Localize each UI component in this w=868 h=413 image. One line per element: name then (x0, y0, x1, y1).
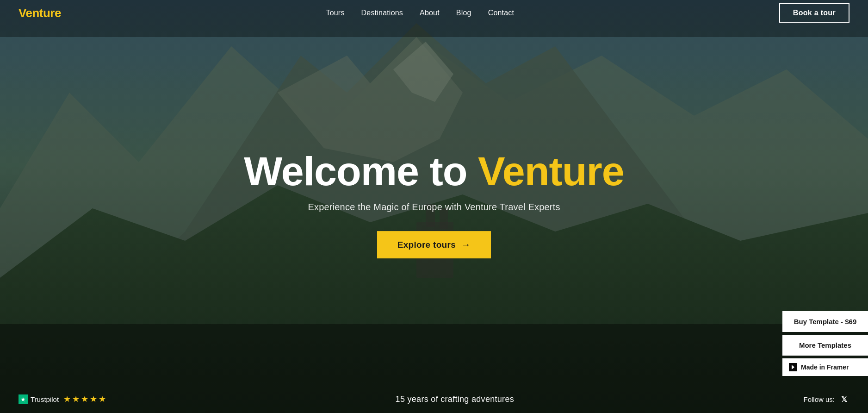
logo-v: V (19, 6, 25, 20)
more-templates-button[interactable]: More Templates (782, 335, 868, 356)
nav-link-destinations[interactable]: Destinations (361, 9, 403, 17)
navbar: Venture Tours Destinations About Blog Co… (0, 0, 868, 26)
nav-item-blog[interactable]: Blog (456, 9, 471, 17)
made-in-framer-button[interactable]: Made in Framer (782, 358, 868, 376)
trustpilot-label: Trustpilot (31, 395, 59, 403)
logo[interactable]: Venture (19, 6, 61, 20)
trustpilot-icon: ★ (19, 394, 28, 404)
nav-link-blog[interactable]: Blog (456, 9, 471, 17)
explore-btn-label: Explore tours (397, 240, 456, 250)
follow-us-label: Follow us: 𝕏 (803, 394, 849, 405)
star-rating: ★ ★ ★ ★ ★ (63, 394, 106, 404)
hero-title-prefix: Welcome to (244, 148, 478, 194)
center-stats: 15 years of crafting adventures (396, 394, 514, 404)
trustpilot-section: ★ Trustpilot ★ ★ ★ ★ ★ (19, 394, 106, 404)
explore-tours-button[interactable]: Explore tours → (377, 232, 491, 259)
trustpilot-logo: ★ Trustpilot (19, 394, 59, 404)
nav-link-about[interactable]: About (420, 9, 440, 17)
nav-link-tours[interactable]: Tours (326, 9, 344, 17)
twitter-x-icon[interactable]: 𝕏 (838, 394, 849, 405)
nav-links: Tours Destinations About Blog Contact (326, 9, 514, 17)
hero-title: Welcome to Venture (226, 150, 642, 193)
arrow-icon: → (461, 240, 471, 250)
right-bottom: Follow us: 𝕏 (803, 394, 849, 405)
hero-title-highlight: Venture (478, 148, 624, 194)
star-2: ★ (72, 394, 80, 404)
follow-text: Follow us: (803, 395, 835, 403)
framer-icon (789, 363, 797, 371)
nav-item-contact[interactable]: Contact (488, 9, 515, 17)
book-tour-button[interactable]: Book a tour (779, 3, 849, 23)
nav-item-destinations[interactable]: Destinations (361, 9, 403, 17)
made-in-framer-label: Made in Framer (801, 363, 849, 371)
star-5: ★ (99, 394, 106, 404)
star-4: ★ (90, 394, 97, 404)
hero-subtitle: Experience the Magic of Europe with Vent… (226, 202, 642, 213)
side-buttons: Buy Template - $69 More Templates Made i… (782, 311, 868, 376)
hero-content: Welcome to Venture Experience the Magic … (226, 150, 642, 258)
nav-item-about[interactable]: About (420, 9, 440, 17)
star-1: ★ (63, 394, 71, 404)
bottom-bar: ★ Trustpilot ★ ★ ★ ★ ★ 15 years of craft… (0, 385, 868, 413)
nav-link-contact[interactable]: Contact (488, 9, 515, 17)
star-3: ★ (81, 394, 88, 404)
buy-template-button[interactable]: Buy Template - $69 (782, 311, 868, 332)
logo-text: enture (25, 6, 61, 20)
nav-item-tours[interactable]: Tours (326, 9, 344, 17)
